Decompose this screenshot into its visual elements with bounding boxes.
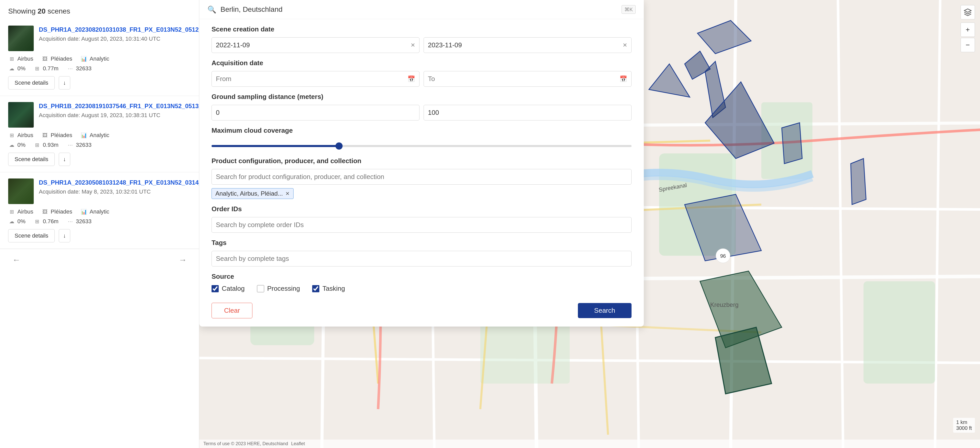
producer-label-1: Airbus [18,56,33,62]
gsd-section: Ground sampling distance (meters) [199,87,644,120]
catalog-checkbox[interactable] [212,285,219,292]
scene-card: DS_PHR1A_202308201031038_FR1_PX_E013N52_… [0,19,199,96]
svg-marker-50 [964,9,971,12]
scene-date-from-input[interactable] [216,41,407,49]
type-label-1: Analytic [90,56,109,62]
scene-meta-3b: ☁ 0% ⊞ 0.76m ⋯ 32633 [8,218,191,225]
scene-meta-2: ⊞ Airbus 🖼 Pléiades 📊 Analytic [8,132,191,139]
scene-count: 20 [38,7,46,15]
scene-info-1: DS_PHR1A_202308201031038_FR1_PX_E013N52_… [39,26,199,42]
meta-type-3: 📊 Analytic [81,208,109,215]
gsd-row [212,105,632,120]
product-tag-label: Analytic, Airbus, Pléiad... [215,190,283,197]
scene-acq-date-3: Acquisition date: May 8, 2023, 10:32:01 … [39,188,199,195]
meta-grid-1: ⋯ 32633 [67,65,91,72]
order-ids-label: Order IDs [212,205,632,213]
scene-acq-date-1: Acquisition date: August 20, 2023, 10:31… [39,35,199,42]
location-search-input[interactable] [221,5,617,14]
tags-input[interactable] [212,251,632,266]
product-tag-remove-btn[interactable]: ✕ [285,190,290,197]
tasking-checkbox[interactable] [312,285,319,292]
prev-page-btn[interactable]: ← [8,253,24,267]
catalog-checkbox-item[interactable]: Catalog [212,285,245,293]
meta-type-2: 📊 Analytic [81,132,109,139]
tags-label: Tags [212,239,632,247]
cloud-label-1: 0% [18,65,25,72]
acquisition-date-label: Acquisition date [212,59,632,67]
search-bar-row: 🔍 ⌘K [199,0,644,19]
scene-date-to-input[interactable] [428,41,619,49]
gsd-min-input[interactable] [212,105,420,120]
res-icon-2: ⊞ [34,142,41,148]
scene-thumbnail-1 [8,26,34,51]
res-label-1: 0.77m [43,65,59,72]
meta-grid-2: ⋯ 32633 [67,142,91,148]
scene-date-to-clear[interactable]: ✕ [623,42,627,49]
filter-panel: 🔍 ⌘K Scene creation date ✕ ✕ Acquisition… [199,0,644,327]
processing-checkbox-item[interactable]: Processing [257,285,300,293]
cloud-coverage-slider[interactable] [212,145,632,147]
catalog-label: Catalog [222,285,245,293]
grid-icon: ⊞ [8,55,15,62]
scene-details-btn-1[interactable]: Scene details [8,76,55,89]
cloud-icon-3: ☁ [8,218,15,225]
meta-grid-3: ⋯ 32633 [67,218,91,225]
acq-date-row: 📅 📅 [212,71,632,87]
product-config-label: Product configuration, producer, and col… [212,157,632,165]
svg-marker-31 [851,159,866,204]
search-button[interactable]: Search [578,303,632,318]
scale-1km: 1 km [956,419,972,425]
svg-text:96: 96 [720,253,726,259]
meta-producer-1: ⊞ Airbus [8,55,33,62]
scene-id-2: DS_PHR1B_202308191037546_FR1_PX_E013N52_… [39,102,199,110]
order-ids-input[interactable] [212,217,632,233]
processing-checkbox[interactable] [257,285,264,292]
scene-details-btn-3[interactable]: Scene details [8,229,55,242]
download-btn-2[interactable]: ↓ [59,153,70,166]
meta-res-3: ⊞ 0.76m [34,218,59,225]
tasking-checkbox-item[interactable]: Tasking [312,285,345,293]
cal-from-icon: 📅 [407,75,415,83]
next-page-btn[interactable]: → [175,253,191,267]
gsd-max-input[interactable] [423,105,632,120]
cloud-icon-2: ☁ [8,142,15,148]
scene-id-3: DS_PHR1A_202305081031248_FR1_PX_E013N52_… [39,179,199,187]
svg-marker-29 [782,123,802,164]
clear-button[interactable]: Clear [212,303,252,318]
scene-date-to-wrap: ✕ [423,37,632,53]
product-search-input[interactable] [212,169,632,185]
nav-arrows: ← → [0,249,199,271]
scene-info-3: DS_PHR1A_202305081031248_FR1_PX_E013N52_… [39,179,199,195]
source-section: Source Catalog Processing Tasking [199,266,644,293]
download-btn-3[interactable]: ↓ [59,229,70,242]
grid-label-1: 32633 [76,65,91,72]
cloud-coverage-section: Maximum cloud coverage [199,120,644,151]
acq-to-input[interactable] [428,75,616,83]
zoom-out-btn[interactable]: − [961,38,975,52]
zoom-in-btn[interactable]: + [961,22,975,37]
leaflet-label: Leaflet [291,441,305,446]
attribution-text: Terms of use © 2023 HERE, Deutschland [204,441,288,446]
map-controls: + − [961,5,975,52]
scene-creation-date-label: Scene creation date [212,26,632,33]
scene-date-from-clear[interactable]: ✕ [410,42,415,49]
filter-footer: Clear Search [199,297,644,318]
scene-meta-1b: ☁ 0% ⊞ 0.77m ⋯ 32633 [8,65,191,72]
grid-icon-2: ⊞ [8,132,15,139]
search-icon: 🔍 [207,5,216,14]
meta-collection-1: 🖼 Pléiades [41,55,72,62]
scene-details-btn-2[interactable]: Scene details [8,153,55,166]
order-ids-section: Order IDs [199,199,644,233]
grid-icon-3: ⊞ [8,208,15,215]
scene-meta-2b: ☁ 0% ⊞ 0.93m ⋯ 32633 [8,142,191,148]
scene-card-3: DS_PHR1A_202305081031248_FR1_PX_E013N52_… [0,172,199,249]
gsd-label: Ground sampling distance (meters) [212,93,632,101]
download-btn-1[interactable]: ↓ [59,76,70,89]
left-panel: Showing 20 scenes DS_PHR1A_2023082010310… [0,0,199,448]
scene-meta-3: ⊞ Airbus 🖼 Pléiades 📊 Analytic [8,208,191,215]
source-row: Catalog Processing Tasking [212,285,632,293]
scene-thumbnail-3 [8,179,34,204]
map-layers-btn[interactable] [961,5,975,19]
acq-from-input[interactable] [216,75,404,83]
meta-producer-3: ⊞ Airbus [8,208,33,215]
